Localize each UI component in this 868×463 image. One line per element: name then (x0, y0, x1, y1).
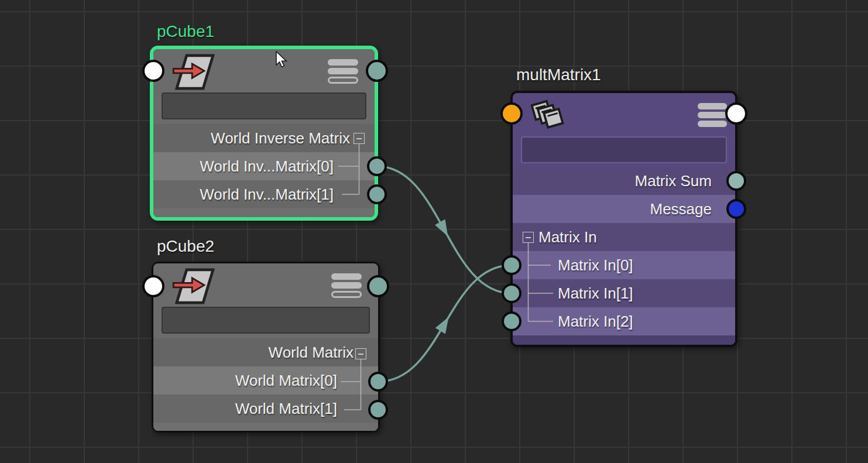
node-title-pcube1: pCube1 (157, 22, 214, 41)
pcube2-header[interactable] (153, 263, 378, 307)
mult-matrix-icon (528, 98, 564, 135)
port-multmatrix1-matrix-in-0-input[interactable] (502, 255, 522, 275)
attr-label: Matrix In (538, 228, 597, 246)
transform-icon (171, 54, 218, 92)
port-pcube1-header-input[interactable] (142, 60, 164, 82)
pcube2-filter-input[interactable] (162, 307, 370, 334)
attr-row-world-inverse-matrix[interactable]: World Inverse Matrix (153, 124, 375, 152)
attr-row-matrix-in-1[interactable]: Matrix In[1] (513, 279, 735, 307)
port-pcube2-world-matrix-1-output[interactable] (368, 400, 388, 420)
attr-label: World Matrix[0] (235, 372, 337, 390)
attr-row-matrix-sum[interactable]: Matrix Sum (513, 167, 735, 195)
node-title-pcube2: pCube2 (157, 237, 214, 256)
node-footer (153, 208, 375, 217)
collapse-icon[interactable] (523, 232, 534, 243)
port-pcube1-header-output[interactable] (366, 60, 388, 82)
collapse-icon[interactable] (355, 348, 366, 359)
mouse-cursor-icon (275, 51, 290, 70)
port-multmatrix1-message-output[interactable] (726, 199, 746, 219)
attr-row-world-inv-matrix-0[interactable]: World Inv...Matrix[0] (153, 152, 375, 180)
attr-row-world-matrix-0[interactable]: World Matrix[0] (153, 366, 378, 395)
attr-label: Matrix In[2] (558, 313, 633, 331)
node-multmatrix1[interactable]: Matrix Sum Message Matrix In Matrix In[0… (510, 91, 737, 347)
port-multmatrix1-header-output[interactable] (725, 102, 747, 125)
attr-label: World Inverse Matrix (211, 129, 350, 148)
port-pcube2-world-matrix-0-output[interactable] (368, 372, 388, 392)
attr-label: Message (650, 200, 712, 218)
node-menu-icon[interactable] (331, 273, 362, 298)
attr-label: World Inv...Matrix[0] (200, 157, 334, 176)
attr-row-world-inv-matrix-1[interactable]: World Inv...Matrix[1] (153, 180, 375, 208)
attr-row-matrix-in-2[interactable]: Matrix In[2] (513, 307, 735, 335)
port-multmatrix1-matrix-in-2-input[interactable] (502, 311, 522, 331)
node-footer (153, 423, 378, 431)
attr-label: Matrix In[1] (558, 284, 633, 303)
attr-row-world-matrix[interactable]: World Matrix (153, 338, 378, 366)
node-menu-icon[interactable] (328, 59, 358, 84)
attr-label: Matrix In[0] (558, 256, 633, 275)
multmatrix1-filter-input[interactable] (521, 136, 727, 163)
attr-label: World Matrix (269, 344, 354, 362)
attr-row-matrix-in-0[interactable]: Matrix In[0] (513, 251, 735, 279)
wire-pcube2-to-multmatrix1[interactable] (378, 265, 512, 382)
port-pcube1-world-inv-matrix-0-output[interactable] (367, 156, 387, 176)
node-menu-icon[interactable] (698, 103, 727, 127)
node-editor-canvas[interactable]: pCube1 pCube2 multMatrix1 World Inverse … (0, 0, 868, 463)
attr-label: Matrix Sum (635, 172, 712, 190)
port-pcube2-header-input[interactable] (142, 275, 164, 297)
attr-row-message[interactable]: Message (513, 195, 735, 223)
port-multmatrix1-matrix-in-1-input[interactable] (502, 283, 522, 303)
node-pcube1[interactable]: World Inverse Matrix World Inv...Matrix[… (150, 46, 378, 221)
attr-label: World Inv...Matrix[1] (200, 186, 334, 204)
node-pcube2[interactable]: World Matrix World Matrix[0] World Matri… (152, 262, 380, 433)
multmatrix1-header[interactable] (513, 93, 735, 136)
attr-row-matrix-in[interactable]: Matrix In (513, 223, 735, 251)
node-title-multmatrix1: multMatrix1 (516, 66, 601, 84)
port-pcube2-header-output[interactable] (367, 275, 389, 297)
node-footer (513, 335, 735, 345)
attr-label: World Matrix[1] (235, 400, 337, 418)
port-pcube1-world-inv-matrix-1-output[interactable] (367, 184, 387, 204)
port-multmatrix1-matrix-sum-output[interactable] (726, 171, 746, 191)
connections-overlay (0, 0, 868, 463)
attr-row-world-matrix-1[interactable]: World Matrix[1] (153, 395, 378, 423)
pcube1-header[interactable] (153, 49, 375, 92)
transform-icon (171, 268, 218, 307)
wire-pcube1-to-multmatrix1[interactable] (377, 166, 512, 293)
port-multmatrix1-header-input[interactable] (500, 102, 523, 125)
pcube1-filter-input[interactable] (162, 92, 366, 119)
collapse-icon[interactable] (354, 133, 365, 144)
